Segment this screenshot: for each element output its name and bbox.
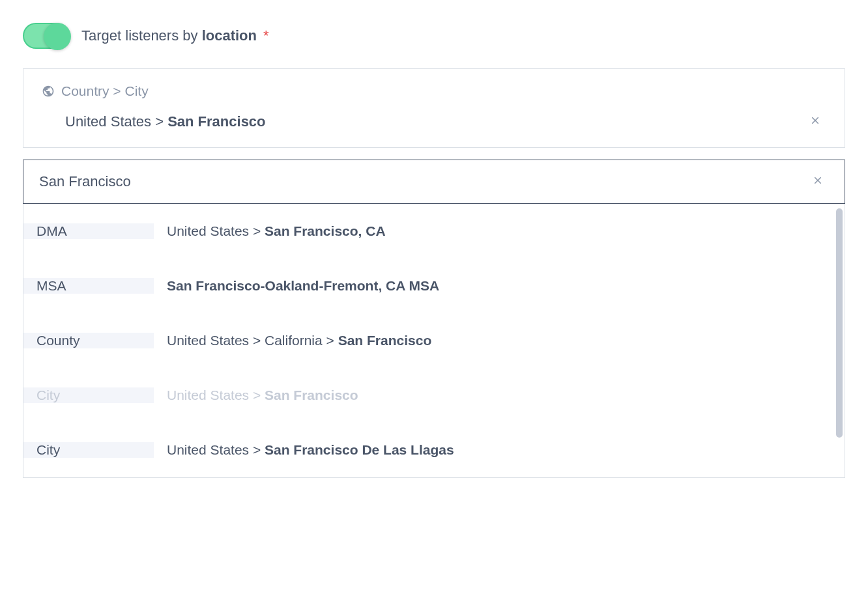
result-label: United States > San Francisco De Las Lla…	[154, 442, 834, 458]
result-bold: San Francisco	[265, 387, 358, 402]
required-marker: *	[263, 27, 269, 44]
close-icon	[809, 115, 821, 126]
label-prefix: Target listeners by	[81, 27, 202, 44]
selected-bold: San Francisco	[167, 113, 265, 130]
targeting-label: Target listeners by location *	[81, 27, 269, 44]
result-prefix: United States >	[167, 442, 265, 457]
search-container: DMA United States > San Francisco, CA MS…	[23, 160, 845, 478]
result-bold: San Francisco De Las Llagas	[265, 442, 454, 457]
result-type-label: City	[23, 387, 154, 403]
result-row-city[interactable]: City United States > San Francisco De La…	[23, 423, 834, 477]
clear-search-button[interactable]	[807, 171, 829, 193]
result-label: San Francisco-Oakland-Fremont, CA MSA	[154, 278, 834, 294]
result-row-msa[interactable]: MSA San Francisco-Oakland-Fremont, CA MS…	[23, 259, 834, 313]
search-input-box	[23, 160, 845, 204]
globe-icon	[42, 85, 55, 98]
location-toggle[interactable]	[23, 23, 70, 49]
result-type-label: County	[23, 333, 154, 348]
result-prefix: United States >	[167, 387, 265, 402]
result-prefix: United States >	[167, 223, 265, 238]
result-label: United States > San Francisco	[154, 387, 834, 403]
selected-location-text: United States > San Francisco	[65, 113, 266, 130]
result-prefix: United States > California >	[167, 333, 338, 348]
result-label: United States > California > San Francis…	[154, 333, 834, 348]
breadcrumb-text: Country > City	[61, 83, 149, 99]
result-type-label: City	[23, 442, 154, 458]
scrollbar-thumb[interactable]	[836, 208, 843, 438]
targeting-header: Target listeners by location *	[23, 23, 845, 49]
result-row-city-disabled: City United States > San Francisco	[23, 368, 834, 423]
selected-prefix: United States >	[65, 113, 167, 130]
result-bold: San Francisco, CA	[265, 223, 386, 238]
result-type-label: DMA	[23, 223, 154, 239]
result-label: United States > San Francisco, CA	[154, 223, 834, 239]
close-icon	[812, 175, 824, 186]
dropdown-content: DMA United States > San Francisco, CA MS…	[23, 204, 834, 477]
dropdown-scrollbar[interactable]	[834, 204, 845, 477]
selected-location-item: United States > San Francisco	[42, 111, 826, 133]
remove-location-button[interactable]	[804, 111, 826, 133]
label-bold: location	[202, 27, 257, 44]
result-row-dma[interactable]: DMA United States > San Francisco, CA	[23, 204, 834, 259]
result-bold: San Francisco-Oakland-Fremont, CA MSA	[167, 278, 439, 293]
result-type-label: MSA	[23, 278, 154, 294]
location-search-input[interactable]	[39, 173, 807, 190]
toggle-knob	[44, 23, 71, 50]
result-row-county[interactable]: County United States > California > San …	[23, 313, 834, 368]
search-results-dropdown: DMA United States > San Francisco, CA MS…	[23, 204, 845, 478]
result-bold: San Francisco	[338, 333, 432, 348]
selected-locations-box: Country > City United States > San Franc…	[23, 68, 845, 148]
breadcrumb-header: Country > City	[42, 83, 826, 99]
